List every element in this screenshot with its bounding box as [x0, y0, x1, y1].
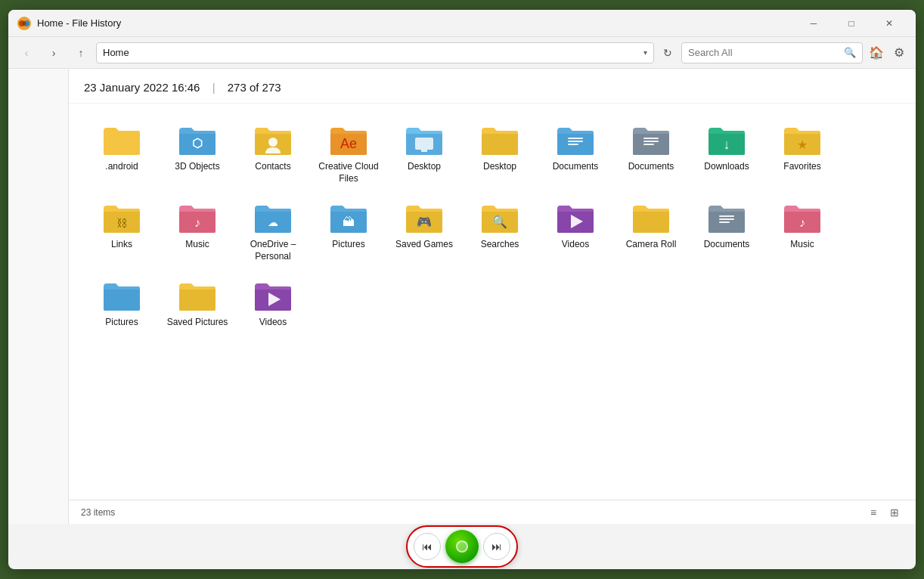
- folder-pictures2[interactable]: Pictures: [84, 271, 160, 335]
- folder-3d-objects[interactable]: ⬡ 3D Objects: [160, 116, 235, 190]
- folder-music2[interactable]: ♪ Music: [764, 194, 840, 268]
- folder-sp-icon: [176, 277, 219, 314]
- folder-vid2-icon: [252, 277, 294, 314]
- close-button[interactable]: ✕: [872, 11, 907, 36]
- folder-music[interactable]: ♪ Music: [160, 194, 235, 268]
- folder-creative-cloud[interactable]: Ae Creative Cloud Files: [311, 116, 386, 190]
- folder-searches-label: Searches: [481, 239, 519, 251]
- svg-rect-9: [568, 138, 583, 139]
- separator: |: [212, 81, 215, 94]
- folder-desktop2[interactable]: Desktop: [462, 116, 538, 190]
- main-content: 23 January 2022 16:46 | 273 of 273 .andr…: [8, 69, 916, 524]
- folder-desktop1-label: Desktop: [408, 161, 441, 173]
- folder-cr-icon: [630, 200, 672, 236]
- folder-docs1-icon: [554, 122, 597, 158]
- folder-android[interactable]: .android: [84, 116, 160, 190]
- search-bar[interactable]: 🔍: [681, 42, 863, 63]
- grid-view-button[interactable]: ⊞: [885, 503, 904, 522]
- folder-pic-label: Pictures: [332, 239, 364, 251]
- folder-android-label: .android: [105, 161, 138, 173]
- folder-desktop2-label: Desktop: [483, 161, 516, 173]
- minimize-button[interactable]: ─: [796, 11, 831, 36]
- folder-vid2-label: Videos: [259, 317, 287, 329]
- folder-videos[interactable]: Videos: [538, 194, 613, 268]
- playback-controls: ⏮ ⏭: [406, 525, 518, 568]
- folder-contacts-icon: [252, 122, 294, 158]
- folder-documents1[interactable]: Documents: [538, 116, 613, 190]
- toolbar-icons: 🏠 ⚙: [866, 42, 910, 63]
- folder-onedrive[interactable]: ☁ OneDrive – Personal: [235, 194, 311, 268]
- svg-text:⬡: ⬡: [192, 137, 203, 150]
- folder-od-icon: ☁: [252, 200, 294, 236]
- items-count: 23 items: [81, 507, 115, 518]
- settings-button[interactable]: ⚙: [888, 42, 910, 63]
- folder-pictures[interactable]: 🏔 Pictures: [311, 194, 386, 268]
- svg-text:♪: ♪: [194, 216, 200, 229]
- folder-dl-icon: ↓: [705, 122, 748, 158]
- window-controls: ─ □ ✕: [796, 11, 907, 36]
- folder-cr-label: Camera Roll: [626, 239, 677, 251]
- content-area: 23 January 2022 16:46 | 273 of 273 .andr…: [69, 69, 916, 524]
- status-bar: 23 items ≡ ⊞: [69, 500, 916, 524]
- folder-docs3-label: Documents: [704, 239, 750, 251]
- folder-od-label: OneDrive – Personal: [238, 239, 308, 262]
- svg-point-5: [268, 138, 278, 147]
- folder-pic2-label: Pictures: [105, 317, 138, 329]
- icons-grid: .android ⬡ 3D Objects Contacts: [69, 104, 916, 500]
- folder-docs2-label: Documents: [628, 161, 674, 173]
- list-view-button[interactable]: ≡: [864, 503, 882, 522]
- previous-button[interactable]: ⏮: [414, 533, 441, 560]
- folder-desktop1[interactable]: Desktop: [386, 116, 462, 190]
- folder-favorites[interactable]: ★ Favorites: [764, 116, 840, 190]
- folder-sg-label: Saved Games: [395, 239, 453, 251]
- folder-vid-icon: [554, 200, 597, 236]
- maximize-button[interactable]: □: [834, 11, 869, 36]
- restore-button[interactable]: [445, 530, 479, 563]
- version-count: 273 of 273: [228, 81, 281, 94]
- address-text: Home: [103, 47, 639, 58]
- window-title: Home - File History: [37, 17, 796, 29]
- folder-contacts[interactable]: Contacts: [235, 116, 311, 190]
- timestamp: 23 January 2022 16:46: [84, 81, 200, 94]
- svg-rect-26: [719, 221, 730, 223]
- svg-text:☁: ☁: [268, 216, 278, 228]
- folder-docs3-icon: [705, 200, 748, 236]
- up-button[interactable]: ↑: [69, 42, 93, 63]
- folder-links[interactable]: ⛓ Links: [84, 194, 160, 268]
- folder-3d-label: 3D Objects: [175, 161, 219, 173]
- folder-camera-roll[interactable]: Camera Roll: [613, 194, 689, 268]
- svg-text:Ae: Ae: [340, 136, 357, 151]
- home-button[interactable]: 🏠: [866, 42, 887, 63]
- folder-desktop1-icon: [403, 122, 445, 158]
- restore-icon: [456, 540, 468, 553]
- folder-fav-icon: ★: [781, 122, 823, 158]
- refresh-button[interactable]: ↻: [657, 42, 678, 63]
- folder-cc-icon: Ae: [327, 122, 370, 158]
- svg-rect-10: [568, 141, 583, 142]
- svg-rect-8: [421, 150, 427, 152]
- folder-saved-games[interactable]: 🎮 Saved Games: [386, 194, 462, 268]
- svg-rect-25: [719, 218, 734, 220]
- search-input[interactable]: [688, 47, 839, 58]
- title-bar: Home - File History ─ □ ✕: [8, 10, 916, 37]
- folder-music-label: Music: [185, 239, 209, 251]
- bottom-controls: ⏮ ⏭: [8, 524, 916, 569]
- forward-button[interactable]: ›: [42, 42, 66, 63]
- next-button[interactable]: ⏭: [483, 533, 510, 560]
- folder-pic2-icon: [101, 277, 143, 314]
- folder-downloads[interactable]: ↓ Downloads: [689, 116, 764, 190]
- folder-searches[interactable]: 🔍 Searches: [462, 194, 538, 268]
- folder-desktop2-icon: [479, 122, 521, 158]
- back-button[interactable]: ‹: [14, 42, 39, 63]
- folder-sp-label: Saved Pictures: [167, 317, 228, 329]
- svg-text:🎮: 🎮: [417, 215, 432, 229]
- folder-fav-label: Favorites: [783, 161, 820, 173]
- folder-videos2[interactable]: Videos: [235, 271, 311, 335]
- svg-point-3: [23, 21, 26, 25]
- folder-documents3[interactable]: Documents: [689, 194, 764, 268]
- folder-documents2[interactable]: Documents: [613, 116, 689, 190]
- folder-saved-pictures[interactable]: Saved Pictures: [160, 271, 235, 335]
- folder-sg-icon: 🎮: [403, 200, 445, 236]
- address-bar[interactable]: Home ▾: [96, 42, 654, 63]
- folder-contacts-label: Contacts: [255, 161, 290, 173]
